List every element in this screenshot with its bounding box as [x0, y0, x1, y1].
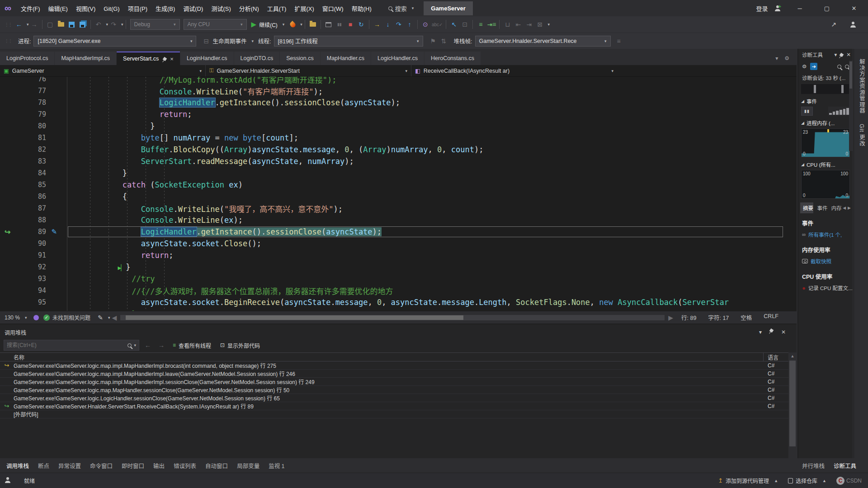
- chevron-down-icon[interactable]: ▾: [27, 22, 29, 27]
- toolbar-grip[interactable]: ⋮⋮: [5, 22, 12, 27]
- menu-item[interactable]: 分析(N): [235, 4, 263, 14]
- document-tab[interactable]: ServerStart.cs×: [117, 52, 180, 65]
- line-gutter[interactable]: 81: [0, 134, 67, 142]
- stack-frame-dropdown[interactable]: GameServer.Hnalder.ServerStart.Rece ▾: [475, 36, 611, 47]
- tab-git-changes[interactable]: Git 更改: [858, 124, 866, 146]
- document-health-indicator[interactable]: ✓ 未找到相关问题: [43, 314, 90, 321]
- panel-tab-即时窗口[interactable]: 即时窗口: [117, 459, 149, 473]
- step-into-icon[interactable]: ↓: [383, 19, 392, 30]
- panel-tab-命令窗口[interactable]: 命令窗口: [85, 459, 117, 473]
- stack-frame-row[interactable]: ↪GameServer.exe!GameServer.logic.map.imp…: [0, 361, 797, 370]
- close-icon[interactable]: ✕: [846, 52, 851, 58]
- process-dropdown[interactable]: [18520] GameServer.exe ▾: [33, 36, 196, 47]
- document-tab[interactable]: MapHandler.cs: [321, 52, 371, 65]
- sign-in-button[interactable]: 登录: [756, 4, 768, 13]
- close-icon[interactable]: ✕: [781, 329, 786, 335]
- line-gutter[interactable]: 76: [0, 77, 67, 83]
- export-session-icon[interactable]: ➔: [810, 63, 817, 70]
- tab-overflow-chevron-icon[interactable]: ▾: [775, 55, 778, 61]
- line-gutter[interactable]: 82: [0, 145, 67, 154]
- tabs-scroll-left-icon[interactable]: ◀: [843, 206, 846, 210]
- stop-debugging-icon[interactable]: ■: [346, 19, 355, 30]
- line-gutter[interactable]: 88: [0, 216, 67, 224]
- stack-frame-row[interactable]: GameServer.exe!GameServer.logic.map.MapH…: [0, 386, 797, 394]
- save-icon[interactable]: [67, 19, 76, 30]
- search-input[interactable]: [7, 342, 127, 348]
- continue-button[interactable]: ▶ 继续(C) ▾: [251, 20, 285, 28]
- breakpoints-icon[interactable]: ⊙: [421, 19, 430, 30]
- toolbar-grip[interactable]: ⋮⋮: [5, 38, 12, 43]
- code-element-icon[interactable]: ⊡: [460, 19, 469, 30]
- panel-tab-并行堆栈[interactable]: 并行堆栈: [797, 459, 829, 473]
- document-tab[interactable]: LoginDTO.cs: [234, 52, 280, 65]
- menu-item[interactable]: Git(G): [99, 4, 123, 14]
- document-tab[interactable]: LoginHandler.cs: [180, 52, 234, 65]
- window-menu-icon[interactable]: ▾: [759, 329, 762, 335]
- pin-icon[interactable]: [163, 56, 166, 62]
- scroll-right-icon[interactable]: ▶: [668, 314, 673, 321]
- call-stack-scrollbar[interactable]: ▲: [788, 352, 797, 458]
- menu-item[interactable]: 编辑(E): [44, 4, 72, 14]
- save-all-icon[interactable]: [78, 19, 87, 30]
- edit-pen-icon[interactable]: ✎: [96, 312, 105, 323]
- zoom-out-icon[interactable]: [845, 65, 849, 69]
- panel-tab-自动窗口[interactable]: 自动窗口: [201, 459, 232, 473]
- line-gutter[interactable]: 93: [0, 275, 67, 283]
- diagnostics-tab-内存[interactable]: 内存: [829, 202, 842, 213]
- new-file-icon[interactable]: ▢: [46, 19, 55, 30]
- intellisense-status-icon[interactable]: [33, 315, 39, 320]
- menu-item[interactable]: 文件(F): [17, 4, 44, 14]
- watch-folder-icon[interactable]: [308, 19, 317, 30]
- document-tab[interactable]: MapHandlerImpl.cs: [55, 52, 116, 65]
- line-gutter[interactable]: 86: [0, 192, 67, 201]
- prev-bookmark-icon[interactable]: ⇤: [514, 19, 523, 30]
- take-snapshot-link[interactable]: 截取快照: [798, 256, 853, 267]
- pointer-mode-icon[interactable]: ↖: [449, 19, 458, 30]
- line-gutter[interactable]: 83: [0, 157, 67, 165]
- menu-item[interactable]: 工具(T): [263, 4, 291, 14]
- menu-item[interactable]: 测试(S): [207, 4, 235, 14]
- lifecycle-events-icon[interactable]: ⊟: [202, 36, 211, 47]
- settings-gear-icon[interactable]: ⚙: [802, 63, 807, 70]
- line-gutter[interactable]: 87: [0, 204, 67, 212]
- show-next-statement-icon[interactable]: →: [373, 19, 382, 30]
- feedback-icon[interactable]: [848, 19, 857, 30]
- panel-tab-断点[interactable]: 断点: [33, 459, 54, 473]
- stack-frame-row[interactable]: ↪GameServer.exe!GameServer.Hnalder.Serve…: [0, 402, 797, 410]
- step-over-icon[interactable]: ↷: [394, 19, 403, 30]
- zoom-level-dropdown[interactable]: 130 % ▾: [0, 314, 33, 321]
- hot-reload-icon[interactable]: [288, 19, 297, 30]
- line-ending[interactable]: CRLF: [764, 313, 778, 322]
- next-bookmark-icon[interactable]: ⇥: [524, 19, 533, 30]
- breadcrumb-project-dropdown[interactable]: ▣ GameServer ▾: [0, 65, 206, 76]
- panel-tab-输出[interactable]: 输出: [149, 459, 169, 473]
- diagnostics-scrollbar[interactable]: [849, 61, 853, 151]
- menu-item[interactable]: 视图(V): [72, 4, 99, 14]
- diagnostics-tab-摘要[interactable]: 摘要: [800, 202, 813, 213]
- pin-icon[interactable]: [769, 328, 774, 333]
- zoom-in-icon[interactable]: [837, 65, 841, 69]
- chevron-down-icon[interactable]: ▾: [121, 22, 123, 27]
- pin-icon[interactable]: [840, 52, 844, 57]
- panel-tab-诊断工具[interactable]: 诊断工具: [829, 459, 861, 473]
- solution-platform-dropdown[interactable]: Any CPU ▾: [184, 19, 247, 30]
- panel-tab-异常设置[interactable]: 异常设置: [54, 459, 85, 473]
- menu-item[interactable]: 生成(B): [151, 4, 179, 14]
- scroll-left-icon[interactable]: ◀: [112, 314, 117, 321]
- panel-tab-局部变量[interactable]: 局部变量: [232, 459, 264, 473]
- cpu-section-header[interactable]: ◢ CPU (所有...: [798, 158, 853, 169]
- select-repository-button[interactable]: 选择仓库 ▲: [788, 477, 826, 484]
- line-gutter[interactable]: 94: [0, 286, 67, 295]
- scroll-up-icon[interactable]: ▲: [788, 352, 797, 360]
- document-tab[interactable]: Session.cs: [280, 52, 320, 65]
- indent-mode[interactable]: 空格: [741, 313, 752, 322]
- forward-icon[interactable]: →: [158, 342, 165, 349]
- call-stack-header[interactable]: 名称 语言: [0, 352, 797, 361]
- flag-threads-icon[interactable]: ⚑: [429, 36, 438, 47]
- document-tab[interactable]: LoginProtocol.cs: [0, 52, 54, 65]
- search-box[interactable]: 搜索 ▾: [388, 4, 414, 13]
- tabs-scroll-right-icon[interactable]: ▶: [848, 206, 851, 210]
- record-cpu-profile-button[interactable]: ● 记录 CPU 配置文...: [798, 282, 853, 293]
- call-stack-search[interactable]: ▾: [4, 340, 139, 351]
- show-external-code-button[interactable]: ⊡ 显示外部代码: [217, 342, 263, 349]
